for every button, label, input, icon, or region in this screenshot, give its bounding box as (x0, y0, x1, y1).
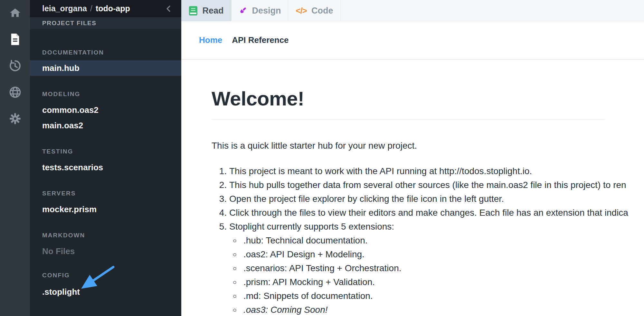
home-icon (9, 7, 21, 19)
publish-button[interactable] (9, 86, 22, 99)
project-files-button[interactable] (9, 33, 22, 46)
step-item-text: Stoplight currently supports 5 extension… (229, 222, 394, 232)
tab-code-label: Code (311, 6, 333, 16)
file-stoplight[interactable]: .stoplight (30, 284, 181, 300)
home-button[interactable] (9, 6, 22, 19)
section-label-config: CONFIG (30, 271, 181, 280)
subnav-home[interactable]: Home (199, 35, 222, 45)
mode-tabbar: Read Design </> Code (181, 0, 644, 21)
project-sidebar: leia_organa/todo-app PROJECT FILES DOCUM… (30, 0, 181, 316)
code-icon: </> (296, 6, 307, 16)
extension-item: .oas3: Coming Soon! (241, 303, 644, 316)
step-item: Stoplight currently supports 5 extension… (229, 220, 644, 316)
tab-read-label: Read (202, 6, 223, 16)
collapse-sidebar-button[interactable] (165, 5, 173, 13)
hub-page-content: Welcome! This is a quick little starter … (181, 60, 644, 316)
section-label-servers: SERVERS (30, 189, 181, 198)
file-main-oas2[interactable]: main.oas2 (30, 118, 181, 133)
book-icon (189, 6, 198, 16)
section-label-documentation: DOCUMENTATION (30, 48, 181, 57)
markdown-empty-state: No Files (30, 243, 181, 259)
file-icon (10, 33, 21, 45)
tab-design-label: Design (252, 6, 281, 16)
section-label-testing: TESTING (30, 147, 181, 156)
breadcrumb-owner[interactable]: leia_organa (42, 4, 87, 13)
file-common-oas2[interactable]: common.oas2 (30, 102, 181, 118)
page-title: Welcome! (212, 89, 644, 109)
tab-read[interactable]: Read (181, 0, 231, 21)
gear-icon (9, 113, 21, 124)
extension-item: .hub: Technical documentation. (241, 233, 644, 247)
tab-design[interactable]: Design (231, 0, 288, 21)
intro-paragraph: This is a quick little starter hub for y… (212, 140, 644, 151)
extension-item: .prism: API Mocking + Validation. (241, 275, 644, 289)
history-icon (9, 60, 21, 72)
hub-subnav: Home API Reference (181, 21, 644, 60)
globe-icon (9, 86, 21, 98)
file-mocker-prism[interactable]: mocker.prism (30, 202, 181, 217)
extensions-list: .hub: Technical documentation. .oas2: AP… (229, 233, 644, 316)
file-main-hub[interactable]: main.hub (30, 60, 181, 76)
history-button[interactable] (9, 59, 22, 72)
breadcrumb-project[interactable]: todo-app (96, 4, 130, 13)
step-item: This hub pulls together data from severa… (229, 178, 644, 192)
step-item: Click through the files to view their ed… (229, 206, 644, 220)
extension-item: .scenarios: API Testing + Orchestration. (241, 261, 644, 275)
panel-title: PROJECT FILES (30, 17, 181, 29)
file-tests-scenarios[interactable]: tests.scenarios (30, 160, 181, 175)
section-label-modeling: MODELING (30, 89, 181, 99)
app-window: leia_organa/todo-app PROJECT FILES DOCUM… (0, 0, 644, 316)
brush-icon (238, 6, 247, 15)
subnav-api-reference[interactable]: API Reference (232, 35, 289, 45)
tab-code[interactable]: </> Code (288, 0, 341, 21)
step-item: Open the project file explorer by clicki… (229, 192, 644, 206)
sidebar-header: leia_organa/todo-app (30, 0, 181, 17)
title-divider (212, 119, 605, 120)
steps-list: This project is meant to work with the A… (212, 164, 644, 316)
icon-rail (0, 0, 30, 316)
breadcrumb-separator: / (90, 4, 92, 13)
extension-item: .oas2: API Design + Modeling. (241, 247, 644, 261)
step-item: This project is meant to work with the A… (229, 164, 644, 178)
chevron-left-icon (165, 5, 173, 13)
breadcrumb[interactable]: leia_organa/todo-app (42, 4, 130, 13)
settings-button[interactable] (9, 112, 22, 125)
main-area: Read Design </> Code Home (181, 0, 644, 316)
section-label-markdown: MARKDOWN (30, 231, 181, 240)
extension-item: .md: Snippets of documentation. (241, 289, 644, 303)
